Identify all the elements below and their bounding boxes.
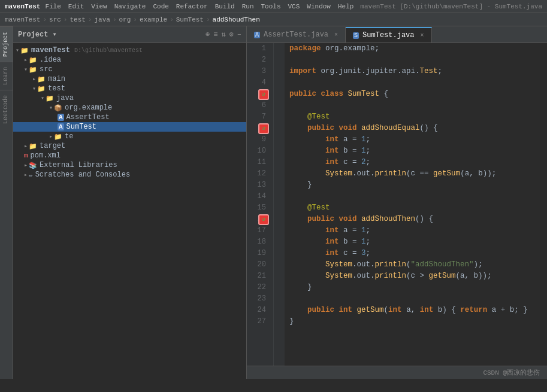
code-token: getSum: [429, 271, 456, 282]
code-token: package: [289, 43, 321, 54]
tree-icon: 📁: [46, 95, 54, 102]
menu-edit[interactable]: Edit: [68, 3, 84, 10]
tree-label: pom.xml: [31, 151, 61, 160]
code-token: out: [357, 168, 371, 180]
editor-tabs: AAssertTest.java×SSumTest.java×: [247, 26, 547, 43]
menu-window[interactable]: Window: [307, 3, 331, 10]
code-token: import: [289, 66, 316, 77]
code-line: int a = 1;: [289, 134, 547, 145]
tree-icon: 📁: [37, 75, 46, 83]
tree-icon: 📁: [29, 66, 37, 74]
tree-label: te: [65, 132, 73, 141]
tree-item-pom[interactable]: mpom.xml: [13, 151, 246, 160]
sidebar-tab-leetcode[interactable]: Leetcode: [0, 90, 13, 129]
expand-arrow: ▸: [32, 75, 36, 83]
tab-icon: A: [254, 32, 260, 38]
code-token: .out.: [352, 259, 375, 271]
panel-list-btn[interactable]: ≡: [213, 31, 217, 39]
code-line: ↺ public void addShoudThen() {: [289, 214, 547, 225]
code-token: int: [339, 305, 353, 316]
tree-icon: 📁: [20, 47, 29, 54]
tree-item-maventest-root[interactable]: ▾📁mavenTest D:\github\mavenTest: [13, 45, 246, 55]
code-token: [352, 305, 357, 316]
line-number: 11: [247, 157, 268, 168]
run-button[interactable]: ↺: [258, 214, 269, 225]
menu-file[interactable]: File: [45, 3, 61, 10]
sidebar-tab-learn[interactable]: Learn: [0, 62, 13, 90]
tree-item-asserttest[interactable]: AAssertTest: [13, 113, 246, 122]
code-token: [334, 123, 339, 134]
run-button[interactable]: ↺: [258, 123, 269, 134]
code-line: System.out.println(c == getSum(a, b));: [289, 168, 547, 180]
tab-icon: S: [353, 32, 359, 39]
tree-label: java: [56, 94, 74, 102]
panel-settings-btn[interactable]: ⚙: [229, 30, 234, 39]
tree-icon: 📁: [54, 133, 62, 141]
expand-arrow: ▸: [49, 133, 53, 140]
tab-close-btn[interactable]: ×: [334, 32, 338, 38]
tree-item-idea[interactable]: ▸📁.idea: [13, 55, 246, 65]
code-token: );: [474, 259, 483, 271]
bottom-watermark: CSDN @西凉的悲伤: [247, 366, 547, 379]
run-button[interactable]: ↺: [258, 89, 269, 100]
tree-item-scratches[interactable]: ▸✏Scratches and Consoles: [13, 170, 246, 180]
panel-add-btn[interactable]: ⊕: [205, 30, 210, 39]
window-title: mavenTest [D:\github\mavenTest] - SumTes…: [360, 3, 542, 10]
code-token: @Test: [289, 202, 330, 214]
code-token: 3: [361, 248, 366, 259]
tree-item-te[interactable]: ▸📁te: [13, 132, 246, 141]
code-token: Test: [420, 66, 438, 77]
menu-view[interactable]: View: [91, 3, 107, 10]
tree-icon: m: [24, 152, 28, 159]
tree-icon: A: [58, 114, 64, 121]
menu-build[interactable]: Build: [215, 3, 235, 10]
code-token: System: [289, 271, 352, 282]
menu-refactor[interactable]: Refactor: [176, 3, 208, 10]
code-token: ;: [366, 157, 371, 168]
menu-vcs[interactable]: VCS: [288, 3, 300, 10]
tree-item-sumtest[interactable]: ASumTest: [13, 122, 246, 132]
tree-label: .idea: [40, 56, 61, 64]
code-token: .out.: [352, 271, 375, 282]
line-number: 23: [247, 293, 268, 305]
tree-label: SumTest: [67, 123, 96, 131]
tree-item-target[interactable]: ▸📁target: [13, 141, 246, 151]
code-content: package org.example;import org.junit.jup…: [285, 43, 547, 366]
code-token: ;: [366, 248, 371, 259]
panel-minimize-btn[interactable]: –: [237, 31, 241, 39]
tree-item-main[interactable]: ▸📁main: [13, 74, 246, 84]
code-token: [334, 214, 339, 225]
menu-tools[interactable]: Tools: [261, 3, 281, 10]
code-editor[interactable]: 1234567891011121314151617181920212223242…: [247, 43, 547, 366]
tree-label: main: [48, 75, 65, 83]
line-number: 10: [247, 145, 268, 157]
tree-item-ext-libs[interactable]: ▸📚External Libraries: [13, 160, 246, 170]
tab-close-btn[interactable]: ×: [421, 32, 424, 39]
code-token: int: [325, 248, 339, 259]
code-token: class: [321, 89, 344, 100]
tree-item-src[interactable]: ▾📁src: [13, 65, 246, 74]
menu-code[interactable]: Code: [153, 3, 168, 10]
code-token: ;: [366, 225, 371, 236]
expand-arrow: ▸: [24, 162, 28, 169]
menu-navigate[interactable]: Navigate: [114, 3, 146, 10]
main-layout: Project Learn Leetcode Project ▾ ⊕ ≡ ⇅ ⚙…: [0, 26, 547, 379]
menu-help[interactable]: Help: [338, 3, 353, 10]
line-number: 13: [247, 180, 268, 191]
panel-sort-btn[interactable]: ⇅: [221, 30, 225, 39]
code-token: (a, b));: [460, 168, 496, 180]
code-line: System.out.println("addShoudThen");: [289, 259, 547, 271]
editor-tab-SumTestjava[interactable]: SSumTest.java×: [346, 27, 431, 42]
editor-tab-AssertTestjava[interactable]: AAssertTest.java×: [247, 27, 346, 42]
code-token: getSum: [357, 305, 384, 316]
tree-item-test[interactable]: ▾📁test: [13, 84, 246, 93]
breadcrumb-item: example: [140, 16, 167, 23]
code-token: SumTest: [348, 89, 380, 100]
menu-run[interactable]: Run: [242, 3, 254, 10]
code-token: int: [388, 305, 402, 316]
tree-item-java[interactable]: ▾📁java: [13, 93, 246, 103]
code-line: ↺ public void addShoudEqual() {: [289, 123, 547, 134]
tree-item-org-example[interactable]: ▾📦org.example: [13, 103, 246, 113]
sidebar-tab-project[interactable]: Project: [0, 26, 13, 62]
code-token: [289, 134, 325, 145]
